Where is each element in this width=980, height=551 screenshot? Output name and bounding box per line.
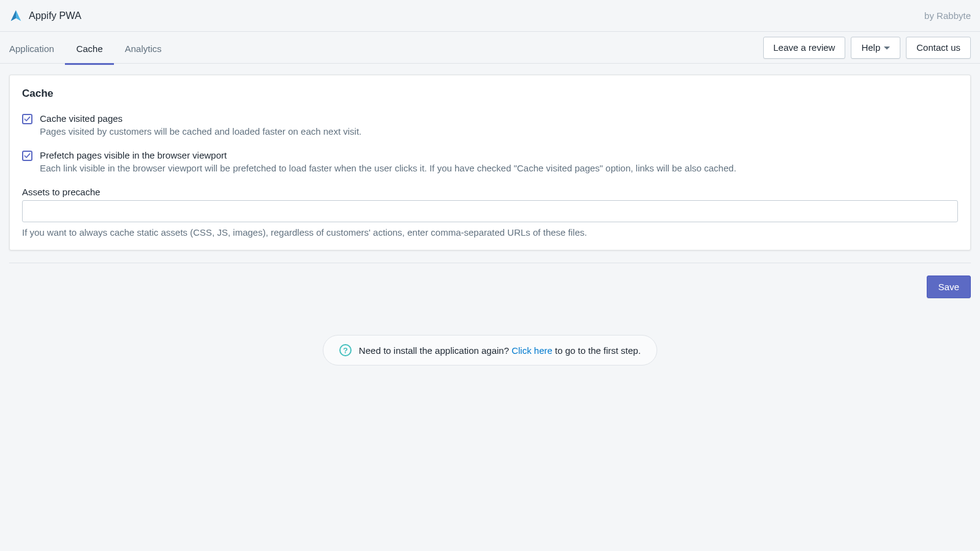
cache-visited-help: Pages visited by customers will be cache… — [40, 126, 958, 137]
precache-assets-input[interactable] — [22, 200, 958, 222]
tab-cache[interactable]: Cache — [65, 34, 113, 65]
divider — [9, 263, 971, 263]
contact-us-button[interactable]: Contact us — [906, 37, 971, 59]
cache-visited-label: Cache visited pages — [40, 113, 958, 124]
reinstall-prefix: Need to install the application again? — [359, 345, 511, 356]
reinstall-link[interactable]: Click here — [511, 345, 552, 356]
card-title: Cache — [22, 88, 958, 100]
prefetch-viewport-checkbox[interactable] — [22, 151, 32, 161]
cache-visited-checkbox[interactable] — [22, 114, 32, 124]
tab-analytics[interactable]: Analytics — [114, 34, 173, 65]
check-icon — [24, 152, 31, 159]
contact-us-label: Contact us — [916, 42, 960, 53]
help-button[interactable]: Help — [851, 37, 900, 59]
leave-review-label: Leave a review — [774, 42, 835, 53]
check-icon — [24, 116, 31, 122]
precache-assets-label: Assets to precache — [22, 187, 958, 197]
save-button[interactable]: Save — [927, 276, 971, 298]
save-button-label: Save — [938, 282, 959, 292]
reinstall-callout: ? Need to install the application again?… — [323, 335, 657, 365]
help-circle-icon: ? — [339, 344, 352, 356]
help-label: Help — [861, 42, 880, 53]
byline: by Rabbyte — [924, 10, 971, 21]
prefetch-viewport-label: Prefetch pages visible in the browser vi… — [40, 150, 958, 160]
cache-card: Cache Cache visited pages Pages visited … — [9, 75, 971, 250]
app-logo-icon — [9, 9, 23, 23]
prefetch-viewport-help: Each link visible in the browser viewpor… — [40, 163, 958, 173]
reinstall-suffix: to go to the first step. — [552, 345, 641, 356]
leave-review-button[interactable]: Leave a review — [763, 37, 846, 59]
app-title: Appify PWA — [29, 10, 81, 21]
chevron-down-icon — [884, 47, 890, 50]
precache-assets-help: If you want to always cache static asset… — [22, 227, 958, 238]
nav-bar: Application Cache Analytics Leave a revi… — [0, 32, 980, 64]
title-bar: Appify PWA by Rabbyte — [0, 0, 980, 32]
tabs: Application Cache Analytics — [9, 32, 173, 63]
tab-application[interactable]: Application — [9, 34, 65, 65]
